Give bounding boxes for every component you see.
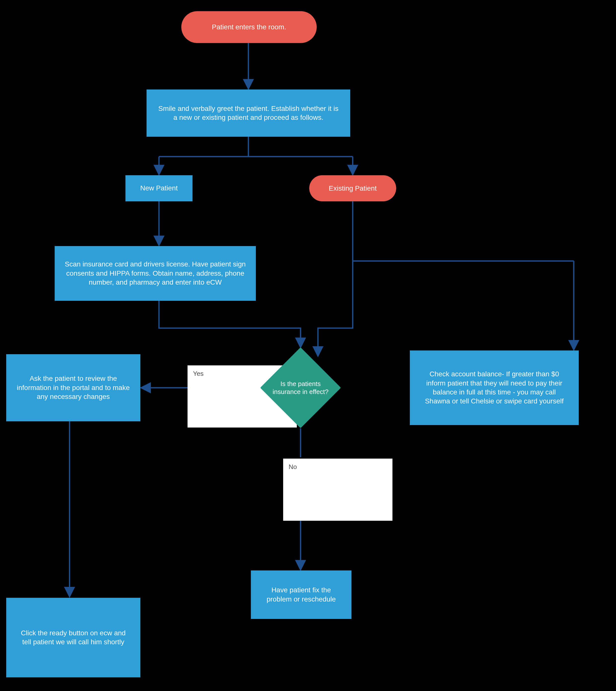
node-new-patient-text: New Patient [140, 184, 178, 193]
node-ready: Click the ready button on ecw and tell p… [6, 598, 140, 677]
node-start: Patient enters the room. [181, 11, 317, 43]
node-existing-patient-text: Existing Patient [329, 184, 377, 192]
flowchart-canvas: Patient enters the room. Smile and verba… [0, 0, 616, 691]
node-start-text: Patient enters the room. [212, 23, 286, 31]
node-fix: Have patient fix the problem or reschedu… [251, 570, 351, 619]
decision-yes-label: Yes [193, 370, 203, 378]
node-greet-text: Smile and verbally greet the patient. Es… [156, 104, 340, 122]
node-new-patient: New Patient [126, 175, 193, 201]
node-scan: Scan insurance card and drivers license.… [54, 246, 256, 301]
node-fix-text: Have patient fix the problem or reschedu… [261, 586, 342, 604]
node-greet: Smile and verbally greet the patient. Es… [147, 89, 350, 137]
node-existing-patient: Existing Patient [309, 175, 396, 201]
node-balance-text: Check account balance- If greater than $… [420, 370, 569, 406]
node-balance: Check account balance- If greater than $… [410, 351, 579, 425]
node-review: Ask the patient to review the informatio… [6, 354, 140, 421]
node-decision: Is the patients insurance in effect? [272, 359, 329, 416]
node-decision-text: Is the patients insurance in effect? [258, 359, 343, 416]
node-ready-text: Click the ready button on ecw and tell p… [16, 629, 130, 647]
decision-no-label: No [289, 463, 297, 471]
decision-no-label-box: No [283, 459, 393, 521]
node-scan-text: Scan insurance card and drivers license.… [65, 260, 246, 287]
node-review-text: Ask the patient to review the informatio… [16, 374, 130, 401]
